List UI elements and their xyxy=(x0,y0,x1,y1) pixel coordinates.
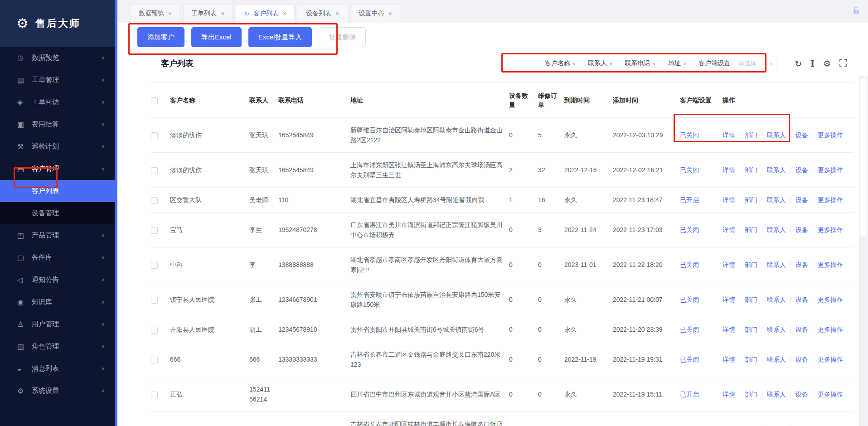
detail-link[interactable]: 详情 xyxy=(723,166,735,174)
sidebar-item-workorder-mgmt[interactable]: ▦ 工单管理 ∨ xyxy=(0,69,115,91)
detail-link[interactable]: 详情 xyxy=(723,226,735,233)
devices-link[interactable]: 设备 xyxy=(790,326,808,333)
sidebar-item-product-mgmt[interactable]: ◰ 产品管理 ∨ xyxy=(0,224,115,247)
tab-settings-center[interactable]: 设置中心 × xyxy=(350,4,400,23)
client-setting-toggle[interactable]: 已关闭 xyxy=(680,326,699,333)
client-setting-toggle[interactable]: 已开启 xyxy=(680,196,699,203)
devices-link[interactable]: 设备 xyxy=(790,131,808,139)
close-icon[interactable]: × xyxy=(388,10,392,17)
excel-batch-import-button[interactable]: Excel批量导入 xyxy=(248,27,312,47)
page-scrollbar-track[interactable] xyxy=(859,76,868,426)
more-actions-link[interactable]: 更多操作 xyxy=(813,326,843,333)
row-checkbox[interactable] xyxy=(151,327,158,334)
department-link[interactable]: 部门 xyxy=(740,296,757,303)
contacts-link[interactable]: 联系人 xyxy=(762,196,786,203)
contacts-link[interactable]: 联系人 xyxy=(762,131,786,139)
detail-link[interactable]: 详情 xyxy=(723,326,735,333)
filter-phone[interactable]: 联系电话 ∨ xyxy=(625,59,656,68)
more-actions-link[interactable]: 更多操作 xyxy=(813,196,843,203)
more-actions-link[interactable]: 更多操作 xyxy=(813,296,843,303)
detail-link[interactable]: 详情 xyxy=(723,261,735,268)
client-setting-toggle[interactable]: 已关闭 xyxy=(680,166,699,174)
contacts-link[interactable]: 联系人 xyxy=(762,166,786,174)
tab-customer-list[interactable]: ↻ 客户列表 × xyxy=(236,4,295,23)
client-setting-select[interactable]: 请选择... ∨ xyxy=(734,57,777,70)
client-setting-toggle[interactable]: 已关闭 xyxy=(680,226,699,233)
batch-delete-button[interactable]: 批量删除 xyxy=(319,27,366,47)
department-link[interactable]: 部门 xyxy=(740,131,757,139)
detail-link[interactable]: 详情 xyxy=(723,296,735,303)
more-actions-link[interactable]: 更多操作 xyxy=(813,391,843,398)
export-excel-button[interactable]: 导出Excel xyxy=(191,27,242,47)
more-actions-link[interactable]: 更多操作 xyxy=(813,226,843,233)
department-link[interactable]: 部门 xyxy=(740,356,757,363)
sidebar-item-fee-settlement[interactable]: ▣ 费用结算 ∨ xyxy=(0,113,115,136)
client-setting-toggle[interactable]: 已关闭 xyxy=(680,261,699,268)
add-customer-button[interactable]: 添加客户 xyxy=(137,27,184,47)
detail-link[interactable]: 详情 xyxy=(723,391,735,398)
sidebar-item-user-mgmt[interactable]: ♙ 用户管理 ∨ xyxy=(0,313,115,335)
department-link[interactable]: 部门 xyxy=(740,196,757,203)
devices-link[interactable]: 设备 xyxy=(790,226,808,233)
sidebar-item-device-mgmt[interactable]: 设备管理 xyxy=(0,202,115,224)
more-actions-link[interactable]: 更多操作 xyxy=(813,166,843,174)
close-icon[interactable]: × xyxy=(168,10,172,17)
tab-data-overview[interactable]: 数据预览 × xyxy=(131,4,180,23)
row-checkbox[interactable] xyxy=(151,262,158,269)
sidebar-item-system-settings[interactable]: ⚙ 系统设置 ∨ xyxy=(0,380,115,402)
sidebar-item-data-overview[interactable]: ◷ 数据预览 ∨ xyxy=(0,47,115,69)
sidebar-item-spare-parts[interactable]: ▢ 备件库 ∨ xyxy=(0,247,115,269)
row-checkbox[interactable] xyxy=(151,167,158,174)
gear-icon[interactable]: ⚙ xyxy=(823,59,831,68)
filter-customer-name[interactable]: 客户名称 ∨ xyxy=(545,59,576,68)
row-checkbox[interactable] xyxy=(151,297,158,304)
sidebar-item-inspection-plan[interactable]: ⚒ 巡检计划 ∨ xyxy=(0,136,115,158)
sidebar-scrollbar[interactable] xyxy=(115,0,117,426)
contacts-link[interactable]: 联系人 xyxy=(762,261,786,268)
row-checkbox[interactable] xyxy=(151,197,158,204)
contacts-link[interactable]: 联系人 xyxy=(762,391,786,398)
detail-link[interactable]: 详情 xyxy=(723,131,735,139)
row-height-icon[interactable]: I xyxy=(810,59,815,68)
devices-link[interactable]: 设备 xyxy=(790,356,808,363)
devices-link[interactable]: 设备 xyxy=(790,296,808,303)
detail-link[interactable]: 详情 xyxy=(723,356,735,363)
close-icon[interactable]: × xyxy=(335,10,339,17)
tab-device-list[interactable]: 设备列表 × xyxy=(298,4,347,23)
row-checkbox[interactable] xyxy=(151,357,158,363)
fullscreen-icon[interactable] xyxy=(839,59,847,68)
filter-address[interactable]: 地址 ∨ xyxy=(668,59,686,68)
sidebar-item-workorder-revisit[interactable]: ◈ 工单回访 ∨ xyxy=(0,91,115,113)
refresh-icon[interactable]: ↻ xyxy=(244,10,249,17)
contacts-link[interactable]: 联系人 xyxy=(762,356,786,363)
sidebar-item-customer-mgmt[interactable]: ▤ 客户管理 ∧ xyxy=(0,158,115,180)
page-scrollbar-thumb[interactable] xyxy=(860,78,867,237)
more-actions-link[interactable]: 更多操作 xyxy=(813,356,843,363)
more-actions-link[interactable]: 更多操作 xyxy=(813,131,843,139)
more-actions-link[interactable]: 更多操作 xyxy=(813,261,843,268)
row-checkbox[interactable] xyxy=(151,392,158,398)
close-icon[interactable]: × xyxy=(221,10,224,17)
row-checkbox[interactable] xyxy=(151,132,158,139)
sidebar-item-announcements[interactable]: ◁ 通知公告 ∨ xyxy=(0,269,115,291)
select-all-checkbox[interactable] xyxy=(151,97,158,104)
sidebar-item-customer-list[interactable]: 客户列表 xyxy=(0,180,115,202)
sidebar-item-role-mgmt[interactable]: ▥ 角色管理 ∨ xyxy=(0,335,115,358)
department-link[interactable]: 部门 xyxy=(740,226,757,233)
department-link[interactable]: 部门 xyxy=(740,261,757,268)
client-setting-toggle[interactable]: 已开启 xyxy=(680,391,699,398)
contacts-link[interactable]: 联系人 xyxy=(762,226,786,233)
client-setting-toggle[interactable]: 已关闭 xyxy=(680,131,699,139)
sidebar-item-message-list[interactable]: ◒ 消息列表 ∨ xyxy=(0,358,115,380)
devices-link[interactable]: 设备 xyxy=(790,166,808,174)
devices-link[interactable]: 设备 xyxy=(790,261,808,268)
department-link[interactable]: 部门 xyxy=(740,166,757,174)
devices-link[interactable]: 设备 xyxy=(790,391,808,398)
devices-link[interactable]: 设备 xyxy=(790,196,808,203)
row-checkbox[interactable] xyxy=(151,227,158,234)
detail-link[interactable]: 详情 xyxy=(723,196,735,203)
department-link[interactable]: 部门 xyxy=(740,326,757,333)
close-icon[interactable]: × xyxy=(283,10,286,17)
refresh-icon[interactable]: ↻ xyxy=(795,59,802,68)
filter-contact[interactable]: 联系人 ∨ xyxy=(588,59,612,68)
